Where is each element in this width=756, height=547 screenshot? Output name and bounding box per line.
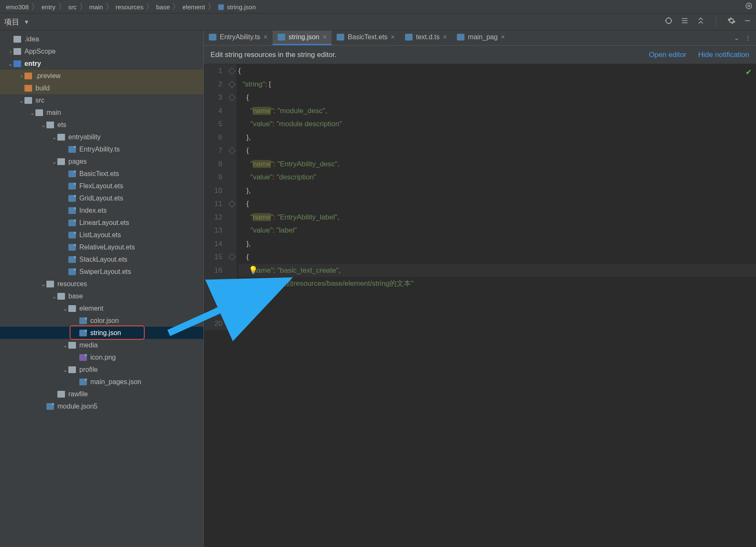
tree-row[interactable]: ⌄element bbox=[0, 302, 203, 314]
code-line[interactable]: "value": "module description" bbox=[238, 117, 756, 131]
tree-row[interactable]: rawfile bbox=[0, 388, 203, 400]
chevron-icon[interactable]: ⌄ bbox=[51, 134, 57, 141]
breadcrumb-item[interactable]: resources bbox=[113, 3, 146, 11]
tree-row[interactable]: ⌄pages bbox=[0, 155, 203, 168]
tree-row[interactable]: ›AppScope bbox=[0, 45, 203, 57]
tree-row[interactable]: ⌄main bbox=[0, 106, 203, 119]
tree-row[interactable]: Index.ets bbox=[0, 204, 203, 217]
minimize-icon[interactable] bbox=[743, 16, 752, 27]
tree-row[interactable]: GridLayout.ets bbox=[0, 192, 203, 204]
chevron-icon[interactable]: ⌄ bbox=[40, 281, 46, 287]
breadcrumb-item[interactable]: emo308 bbox=[3, 3, 31, 11]
code-line[interactable]: }, bbox=[238, 131, 756, 144]
tree-row[interactable]: LinearLayout.ets bbox=[0, 217, 203, 229]
tree-row[interactable]: string.json bbox=[0, 327, 203, 339]
code-line[interactable]: }, bbox=[238, 237, 756, 251]
breadcrumb-gear-icon[interactable] bbox=[745, 2, 753, 11]
collapse-all-icon[interactable] bbox=[697, 16, 705, 27]
editor-tab[interactable]: EntryAbility.ts× bbox=[204, 30, 273, 45]
code-line[interactable]: { bbox=[238, 197, 756, 211]
code-line[interactable]: "name": "EntryAbility_desc", bbox=[238, 157, 756, 171]
tree-row[interactable]: ⌄src bbox=[0, 94, 203, 106]
gear-icon[interactable] bbox=[727, 16, 736, 27]
tabs-overflow-chevron-icon[interactable]: ⌄ bbox=[734, 35, 739, 41]
tree-row[interactable]: ›.preview bbox=[0, 70, 203, 82]
chevron-icon[interactable]: ⌄ bbox=[30, 109, 35, 116]
breadcrumb-item[interactable]: string.json bbox=[215, 3, 258, 11]
fold-toggle-icon[interactable] bbox=[229, 81, 236, 88]
code-line[interactable]: "name": "basic_text_create", bbox=[238, 264, 756, 277]
close-icon[interactable]: × bbox=[391, 33, 395, 41]
tree-row[interactable]: ⌄entryability bbox=[0, 131, 203, 143]
close-icon[interactable]: × bbox=[264, 33, 267, 41]
tree-row[interactable]: ⌄ets bbox=[0, 119, 203, 131]
breadcrumb-item[interactable]: base bbox=[154, 3, 173, 11]
open-editor-link[interactable]: Open editor bbox=[649, 51, 686, 59]
close-icon[interactable]: × bbox=[501, 33, 505, 41]
tree-row[interactable]: ⌄resources bbox=[0, 278, 203, 290]
chevron-icon[interactable]: ⌄ bbox=[62, 366, 68, 373]
fold-toggle-icon[interactable] bbox=[229, 68, 236, 75]
tree-row[interactable]: BasicText.ets bbox=[0, 168, 203, 180]
chevron-icon[interactable]: ⌄ bbox=[19, 97, 24, 104]
code-line[interactable]: { bbox=[238, 250, 756, 264]
tree-row[interactable]: color.json bbox=[0, 314, 203, 327]
tree-row[interactable]: main_pages.json bbox=[0, 376, 203, 388]
editor-tab[interactable]: text.d.ts× bbox=[400, 30, 452, 45]
tree-row[interactable]: module.json5 bbox=[0, 400, 203, 412]
breadcrumb-item[interactable]: element bbox=[180, 3, 207, 11]
editor-tab[interactable]: main_pag× bbox=[452, 30, 510, 45]
code-line[interactable]: "value": "description" bbox=[238, 171, 756, 184]
tree-row[interactable]: ⌄base bbox=[0, 290, 203, 302]
fold-toggle-icon[interactable] bbox=[229, 200, 236, 208]
tree-row[interactable]: icon.png bbox=[0, 351, 203, 363]
close-icon[interactable]: × bbox=[323, 33, 327, 41]
chevron-icon[interactable]: ⌄ bbox=[62, 305, 68, 312]
code-line[interactable]: "name": "EntryAbility_label", bbox=[238, 211, 756, 224]
tree-row[interactable]: RelativeLayout.ets bbox=[0, 241, 203, 253]
intention-bulb-icon[interactable]: 💡 bbox=[248, 264, 258, 277]
tabs-more-icon[interactable]: ⋮ bbox=[745, 35, 751, 41]
chevron-icon[interactable]: ⌄ bbox=[51, 293, 57, 300]
breadcrumb-item[interactable]: src bbox=[66, 3, 79, 11]
project-pane-title[interactable]: 项目 bbox=[4, 17, 21, 27]
code-line[interactable]: { bbox=[238, 144, 756, 157]
code-line[interactable]: ] bbox=[238, 303, 756, 317]
tree-row[interactable]: ⌄media bbox=[0, 339, 203, 351]
tree-row[interactable]: build bbox=[0, 82, 203, 94]
chevron-icon[interactable]: ⌄ bbox=[40, 122, 46, 128]
target-icon[interactable] bbox=[664, 16, 673, 27]
tree-row[interactable]: ⌄entry bbox=[0, 57, 203, 70]
editor-tab[interactable]: BasicText.ets× bbox=[332, 30, 400, 45]
fold-toggle-icon[interactable] bbox=[229, 254, 236, 261]
tree-row[interactable]: EntryAbility.ts bbox=[0, 143, 203, 155]
chevron-down-icon[interactable]: ▼ bbox=[21, 19, 30, 25]
code-line[interactable]: "name": "module_desc", bbox=[238, 104, 756, 118]
tree-row[interactable]: FlexLayout.ets bbox=[0, 180, 203, 192]
expand-all-icon[interactable] bbox=[680, 16, 689, 27]
code-line[interactable]: { bbox=[238, 91, 756, 104]
tree-row[interactable]: .idea bbox=[0, 33, 203, 45]
code-line[interactable]: "value": "来自resources/base/element/strin… bbox=[238, 277, 756, 290]
chevron-icon[interactable]: ⌄ bbox=[62, 342, 68, 349]
code-line[interactable]: } bbox=[238, 317, 756, 330]
chevron-icon[interactable]: ⌄ bbox=[8, 60, 14, 67]
hide-notification-link[interactable]: Hide notification bbox=[698, 51, 749, 59]
tree-row[interactable]: StackLayout.ets bbox=[0, 253, 203, 265]
project-tree[interactable]: .idea›AppScope⌄entry›.previewbuild⌄src⌄m… bbox=[0, 30, 204, 547]
tree-row[interactable]: SwiperLayout.ets bbox=[0, 265, 203, 278]
code-editor[interactable]: 1234567891011121314151617181920 { "strin… bbox=[204, 64, 756, 330]
breadcrumb-item[interactable]: main bbox=[87, 3, 106, 11]
code-line[interactable]: "string": [ bbox=[238, 78, 756, 91]
fold-toggle-icon[interactable] bbox=[229, 147, 236, 154]
tree-row[interactable]: ListLayout.ets bbox=[0, 229, 203, 241]
editor-tab[interactable]: string.json× bbox=[273, 30, 332, 45]
chevron-icon[interactable]: › bbox=[8, 48, 14, 55]
code-line[interactable]: "value": "label" bbox=[238, 224, 756, 237]
code-line[interactable]: }, bbox=[238, 184, 756, 198]
tree-row[interactable]: ⌄profile bbox=[0, 363, 203, 376]
fold-column[interactable] bbox=[228, 64, 237, 330]
breadcrumb-item[interactable]: entry bbox=[39, 3, 58, 11]
fold-toggle-icon[interactable] bbox=[229, 94, 236, 101]
chevron-icon[interactable]: ⌄ bbox=[51, 158, 57, 165]
